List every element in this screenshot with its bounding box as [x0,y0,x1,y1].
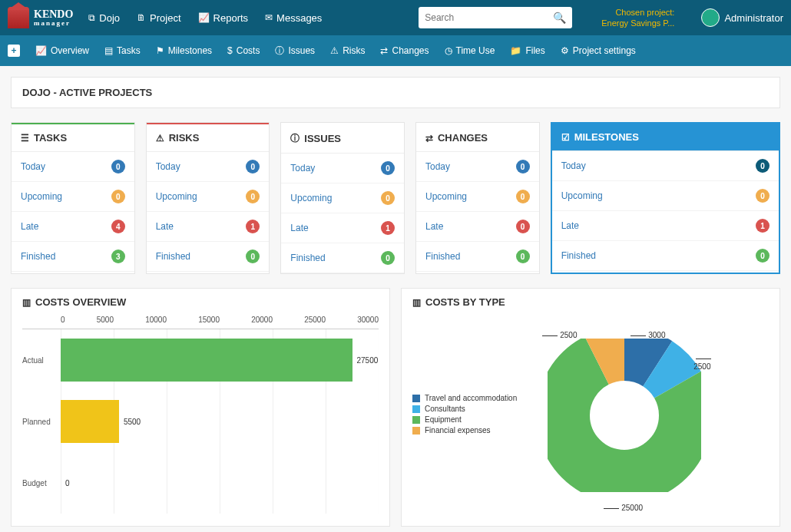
subnav-issues[interactable]: ⓘIssues [275,45,315,58]
warning-icon: ⚠ [156,133,164,144]
changes-late[interactable]: Late [425,221,443,232]
nav-main: ⧉Dojo 🗎Project 📈Reports ✉Messages [88,12,322,24]
milestones-today[interactable]: Today [561,160,586,171]
subnav-risks[interactable]: ⚠Risks [330,45,365,56]
check-icon: ☑ [561,132,570,143]
pie-legend: Travel and accommodationConsultantsEquip… [412,394,517,437]
risks-late[interactable]: Late [156,221,174,232]
subnav-tasks[interactable]: ▤Tasks [104,45,141,56]
file-icon: 🗎 [137,12,146,23]
costs-by-type-chart: 30002500250002500 [525,316,724,515]
subnav-settings[interactable]: ⚙Project settings [561,45,636,56]
tasks-upcoming[interactable]: Upcoming [21,191,62,202]
changes-today[interactable]: Today [425,161,450,172]
tasks-finished[interactable]: Finished [21,251,55,262]
nav-dojo[interactable]: ⧉Dojo [88,12,120,24]
issues-late[interactable]: Late [290,223,308,233]
subnav-timeuse[interactable]: ◷Time Use [445,45,495,56]
subnav-files[interactable]: 📁Files [510,45,544,56]
copy-icon: ⧉ [88,12,95,23]
flag-icon: ⚑ [156,45,164,56]
risks-finished[interactable]: Finished [156,251,190,262]
nav-reports[interactable]: 📈Reports [198,12,249,24]
tasks-today[interactable]: Today [21,161,45,172]
clock-icon: ◷ [445,45,452,56]
panel-costs-by-type: ▥COSTS BY TYPE Travel and accommodationC… [401,288,780,527]
add-button[interactable]: + [8,45,20,57]
envelope-icon: ✉ [265,12,273,23]
subnav-costs[interactable]: $Costs [227,45,260,56]
subbar: + 📈Overview ▤Tasks ⚑Milestones $Costs ⓘI… [0,35,791,66]
avatar [701,8,720,27]
subnav-milestones[interactable]: ⚑Milestones [156,45,212,56]
logo-icon [8,7,29,28]
chart-icon: 📈 [35,45,47,56]
barchart-icon: ▥ [412,297,421,308]
milestones-late[interactable]: Late [561,220,579,231]
subnav-overview[interactable]: 📈Overview [35,45,89,56]
issues-today[interactable]: Today [290,163,315,173]
changes-upcoming[interactable]: Upcoming [425,191,467,202]
costs-overview-chart: 050001000015000200002500030000Actual2750… [22,316,379,514]
risks-today[interactable]: Today [156,161,180,172]
warning-icon: ⚠ [330,45,339,56]
list-icon: ▤ [104,45,113,56]
swap-icon: ⇄ [425,133,433,144]
gear-icon: ⚙ [561,45,569,56]
topbar: KENDOmanager ⧉Dojo 🗎Project 📈Reports ✉Me… [0,0,791,35]
card-tasks: ☰TASKS Today0 Upcoming0 Late4 Finished3 [11,122,135,274]
card-risks: ⚠RISKS Today0 Upcoming0 Late1 Finished0 [146,122,270,274]
search-wrap[interactable]: 🔍 [419,7,572,28]
page-title: DOJO - ACTIVE PROJECTS [11,77,780,108]
subnav-changes[interactable]: ⇄Changes [380,45,429,56]
card-milestones: ☑MILESTONES Today0 Upcoming0 Late1 Finis… [551,122,780,274]
search-input[interactable] [425,12,553,23]
issues-upcoming[interactable]: Upcoming [290,193,332,203]
milestones-upcoming[interactable]: Upcoming [561,190,603,201]
dollar-icon: $ [227,45,233,56]
nav-messages[interactable]: ✉Messages [265,12,322,24]
tasks-late[interactable]: Late [21,221,38,232]
chart-icon: 📈 [198,12,210,23]
user-menu[interactable]: Administrator [701,8,783,27]
swap-icon: ⇄ [380,45,388,56]
card-changes: ⇄CHANGES Today0 Upcoming0 Late0 Finished… [415,122,540,274]
list-icon: ☰ [21,133,29,144]
nav-project[interactable]: 🗎Project [137,12,180,24]
logo[interactable]: KENDOmanager [8,7,73,28]
issues-finished[interactable]: Finished [290,253,325,263]
milestones-finished[interactable]: Finished [561,250,596,261]
folder-icon: 📁 [510,45,521,56]
changes-finished[interactable]: Finished [425,251,460,262]
barchart-icon: ▥ [22,297,31,308]
card-issues: ⓘISSUES Today0 Upcoming0 Late1 Finished0 [280,122,405,274]
risks-upcoming[interactable]: Upcoming [156,191,197,202]
info-icon: ⓘ [275,45,284,58]
info-icon: ⓘ [290,132,300,145]
chosen-project[interactable]: Chosen project: Energy Savings P... [601,7,674,29]
panel-costs-overview: ▥COSTS OVERVIEW 050001000015000200002500… [11,288,390,527]
search-icon[interactable]: 🔍 [553,12,566,24]
